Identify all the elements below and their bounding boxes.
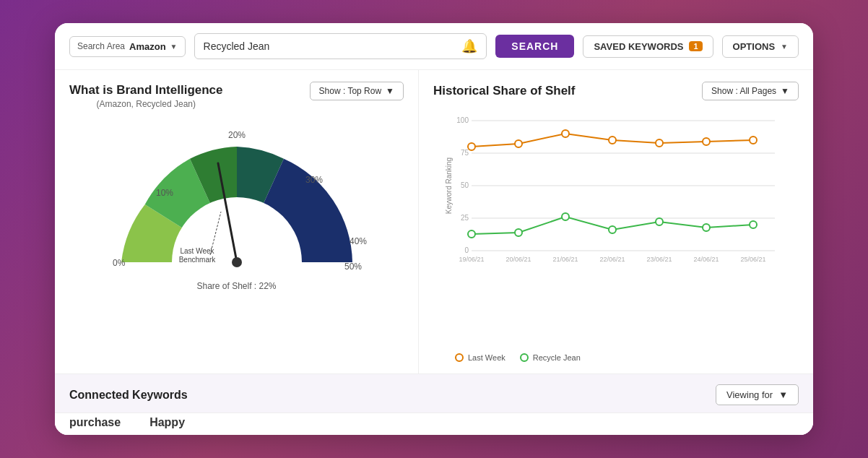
rj-dot-4 — [656, 218, 663, 225]
legend-dot-last-week — [455, 353, 464, 362]
show-row-chevron-icon: ▼ — [386, 86, 394, 96]
lw-dot-0 — [468, 143, 475, 150]
panel-title: What is Brand Intelligence — [69, 83, 223, 98]
saved-keywords-label: SAVED KEYWORDS — [594, 41, 683, 52]
panel-subtitle: (Amazon, Recycled Jean) — [69, 99, 223, 109]
show-all-pages-label: Show : All Pages — [711, 86, 776, 96]
search-area-value: Amazon — [129, 41, 166, 52]
header: Search Area Amazon ▼ 🔔 SEARCH SAVED KEYW… — [55, 23, 813, 70]
legend-dot-recycle-jean — [520, 353, 529, 362]
bottom-section: Connected Keywords Viewing for ▼ purchas… — [55, 373, 813, 435]
legend-last-week: Last Week — [455, 353, 505, 362]
main-card: Search Area Amazon ▼ 🔔 SEARCH SAVED KEYW… — [55, 23, 813, 435]
right-panel-header: Historical Share of Shelf Show : All Pag… — [433, 82, 799, 100]
gauge-label-30: 30% — [305, 175, 323, 185]
show-all-pages-chevron-icon: ▼ — [781, 86, 789, 96]
rj-dot-3 — [609, 226, 616, 233]
viewing-for-button[interactable]: Viewing for ▼ — [716, 384, 799, 405]
lw-dot-6 — [750, 137, 757, 144]
x-label-1: 20/06/21 — [505, 256, 531, 263]
chart-area: Keyword Ranking 100 75 50 25 0 19/06/21 — [433, 106, 799, 349]
content-area: What is Brand Intelligence (Amazon, Recy… — [55, 70, 813, 373]
chart-legend: Last Week Recycle Jean — [433, 353, 799, 362]
x-label-6: 25/06/21 — [740, 256, 765, 263]
x-label-0: 19/06/21 — [459, 256, 484, 263]
lw-dot-5 — [703, 138, 710, 145]
gauge-label-0: 0% — [113, 258, 126, 268]
gauge-label-10: 10% — [156, 188, 173, 198]
rj-dot-2 — [562, 213, 569, 220]
show-row-button[interactable]: Show : Top Row ▼ — [310, 82, 404, 100]
y-label-100: 100 — [456, 116, 469, 124]
x-label-4: 23/06/21 — [646, 256, 672, 263]
gauge-label-20: 20% — [228, 130, 246, 140]
connected-keywords-header: Connected Keywords Viewing for ▼ — [55, 374, 813, 412]
gauge-label-40: 40% — [350, 236, 367, 246]
gauge-needle-center — [232, 257, 242, 267]
search-input-wrap: 🔔 — [194, 33, 487, 59]
keywords-row-preview: purchase Happy — [55, 412, 813, 435]
legend-recycle-jean-label: Recycle Jean — [533, 353, 581, 362]
x-label-2: 21/06/21 — [552, 256, 578, 263]
lw-dot-2 — [562, 130, 569, 137]
y-label-0: 0 — [464, 246, 469, 254]
connected-keywords-title: Connected Keywords — [69, 389, 188, 402]
y-label-25: 25 — [461, 214, 469, 222]
viewing-for-label: Viewing for — [726, 389, 773, 400]
left-panel: What is Brand Intelligence (Amazon, Recy… — [55, 70, 419, 373]
search-area-selector[interactable]: Search Area Amazon ▼ — [69, 36, 186, 57]
chevron-down-icon: ▼ — [170, 43, 178, 51]
legend-recycle-jean: Recycle Jean — [520, 353, 581, 362]
x-label-5: 24/06/21 — [693, 256, 719, 263]
lw-dot-1 — [515, 140, 522, 147]
rj-dot-0 — [468, 230, 475, 238]
last-week-label-line2: Benchmark — [178, 256, 216, 264]
search-input[interactable] — [204, 40, 456, 52]
search-button[interactable]: SEARCH — [495, 35, 574, 58]
share-of-shelf-label: Share of Shelf : 22% — [69, 281, 404, 291]
chart-title: Historical Share of Shelf — [433, 84, 576, 98]
viewing-for-chevron-icon: ▼ — [778, 389, 788, 400]
rj-dot-6 — [750, 221, 757, 228]
gauge-svg: 0% 10% 20% 30% 40% 50% Last Week Benchma… — [92, 118, 381, 277]
show-all-pages-button[interactable]: Show : All Pages ▼ — [702, 82, 799, 100]
search-area-label: Search Area — [77, 41, 125, 51]
lw-dot-3 — [609, 137, 616, 144]
show-row-label: Show : Top Row — [319, 86, 382, 96]
lw-dot-4 — [656, 139, 663, 147]
options-label: OPTIONS — [733, 41, 776, 52]
y-label-50: 50 — [461, 181, 469, 189]
keyword-happy: Happy — [149, 416, 185, 429]
y-axis-label: Keyword Ranking — [445, 157, 453, 214]
saved-keywords-badge: 1 — [689, 41, 702, 51]
x-label-3: 22/06/21 — [599, 256, 625, 263]
gauge-container: 0% 10% 20% 30% 40% 50% Last Week Benchma… — [69, 118, 404, 277]
options-chevron-icon: ▼ — [781, 43, 788, 51]
saved-keywords-button[interactable]: SAVED KEYWORDS 1 — [583, 35, 713, 58]
legend-last-week-label: Last Week — [468, 353, 505, 362]
rj-dot-1 — [515, 229, 522, 236]
rj-dot-5 — [703, 224, 710, 231]
last-week-label-line1: Last Week — [180, 247, 214, 255]
right-panel: Historical Share of Shelf Show : All Pag… — [419, 70, 813, 373]
keyword-purchase: purchase — [69, 416, 121, 429]
options-button[interactable]: OPTIONS ▼ — [722, 35, 799, 58]
line-chart-svg: Keyword Ranking 100 75 50 25 0 19/06/21 — [433, 106, 799, 265]
gauge-label-50: 50% — [344, 262, 362, 272]
bell-icon[interactable]: 🔔 — [461, 38, 477, 54]
y-label-75: 75 — [461, 149, 469, 157]
